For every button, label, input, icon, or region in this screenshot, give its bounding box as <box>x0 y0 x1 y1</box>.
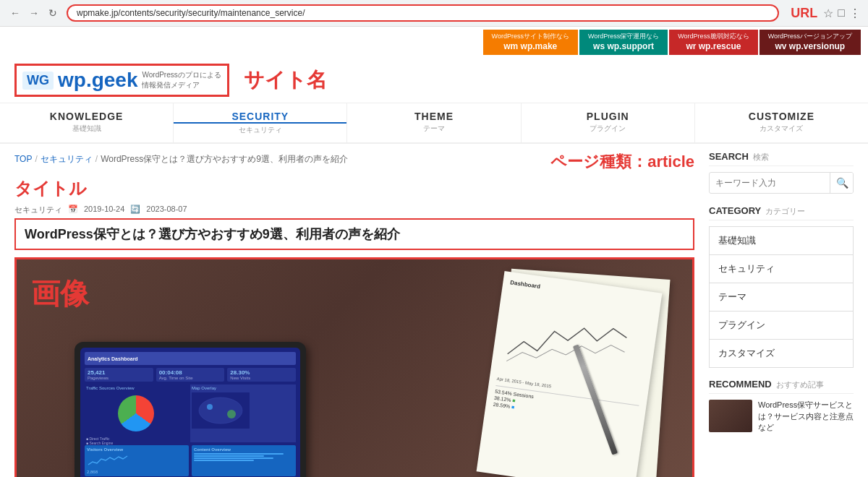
tablet-device: Analytics Dashboard 25,421 Pageviews 00:… <box>75 342 306 477</box>
sidebar-category-section: CATEGORY カテゴリー 基礎知識 セキュリティ テーマ プラグイン カスタ… <box>709 205 854 368</box>
rec-text-1: WordPress保守サービスとは？サービス内容と注意点など <box>758 400 854 433</box>
nav-item-knowledge[interactable]: KNOWLEDGE 基礎知識 <box>0 103 174 142</box>
article-image-box: 画像 Dashboard Apr 18, 2015 - May 18, 2015… <box>14 257 694 477</box>
extensions-icon[interactable]: □ <box>838 7 845 20</box>
visitors-chart <box>87 453 130 468</box>
main-content: TOP / セキュリティ / WordPress保守とは？選び方やおすすめ9選、… <box>14 151 694 477</box>
tablet-bottom: Visitors Overview 2,868 Content Overview <box>85 445 296 476</box>
tablet-stats: 25,421 Pageviews 00:04:08 Avg. Time on S… <box>85 368 296 382</box>
breadcrumb-current: WordPress保守とは？選び方やおすすめ9選、利用者の声を紹介 <box>101 153 348 166</box>
main-nav: KNOWLEDGE 基礎知識 SECURITY セキュリティ THEME テーマ… <box>0 103 868 144</box>
recommend-title-ja: おすすめ記事 <box>776 379 824 390</box>
tablet-screen: Analytics Dashboard 25,421 Pageviews 00:… <box>80 348 300 477</box>
sidebar-recommend-title: RECOMMEND おすすめ記事 <box>709 379 854 394</box>
reload-button[interactable]: ↻ <box>45 5 61 21</box>
partner-wpsupport[interactable]: WordPress保守運用なら ws wp.support <box>579 30 668 55</box>
nav-en-knowledge: KNOWLEDGE <box>0 111 173 122</box>
svg-point-1 <box>199 398 242 424</box>
browser-actions: ☆ □ ⋮ <box>823 7 861 20</box>
nav-item-security[interactable]: SECURITY セキュリティ <box>174 103 347 142</box>
nav-ja-theme: テーマ <box>347 124 520 134</box>
stat-time: 00:04:08 Avg. Time on Site <box>156 368 225 382</box>
nav-en-customize: CUSTOMIZE <box>695 111 868 122</box>
category-title-en: CATEGORY <box>709 205 761 216</box>
nav-ja-customize: カスタマイズ <box>695 124 868 134</box>
star-icon[interactable]: ☆ <box>823 7 833 20</box>
search-title-en: SEARCH <box>709 151 749 162</box>
tablet-chart-area: Traffic Sources Overview ■ Direct Traffi… <box>85 384 296 442</box>
visitors-overview: Visitors Overview 2,868 <box>85 445 189 476</box>
paper-stack-front: Dashboard Apr 18, 2015 - May 18, 2015 53… <box>477 271 663 477</box>
search-input[interactable] <box>710 173 830 192</box>
article-meta: セキュリティ 📅 2019-10-24 🔄 2023-08-07 <box>14 205 694 215</box>
article-author: セキュリティ <box>14 205 62 215</box>
breadcrumb-sep1: / <box>35 154 37 164</box>
browser-nav: ← → ↻ <box>7 5 61 21</box>
sidebar: SEARCH 検索 🔍 CATEGORY カテゴリー 基礎知識 セキュリティ テ… <box>709 151 854 477</box>
nav-en-theme: THEME <box>347 111 520 122</box>
article-date2: 2023-08-07 <box>146 205 187 215</box>
chart-right: Map Overlay <box>190 384 296 442</box>
stat-pageviews: 25,421 Pageviews <box>85 368 153 382</box>
partner-wprescue[interactable]: WordPress脆弱対応なら wr wp.rescue <box>669 30 757 55</box>
category-title-ja: カテゴリー <box>765 206 805 217</box>
nav-ja-knowledge: 基礎知識 <box>0 124 173 134</box>
forward-button[interactable]: → <box>26 5 42 21</box>
url-label: URL <box>791 6 817 21</box>
partner-wpversionup[interactable]: WordPressバージョンアップ wv wp.versionup <box>760 30 861 55</box>
sidebar-search-section: SEARCH 検索 🔍 <box>709 151 854 194</box>
site-header: WG wp.geek WordPressのプロによる 情報発信メディア サイト名 <box>0 58 868 103</box>
partner-wpmake[interactable]: WordPressサイト制作なら wm wp.make <box>483 30 578 55</box>
category-security[interactable]: セキュリティ <box>709 254 854 283</box>
logo-wg: WG <box>22 72 54 90</box>
page-type-label: ページ種類：article <box>550 151 694 173</box>
map-svg <box>192 392 250 429</box>
stat-bounce: 28.30% New Visits <box>227 368 296 382</box>
search-button[interactable]: 🔍 <box>830 173 854 193</box>
chart-svg <box>498 289 646 394</box>
search-box: 🔍 <box>709 172 854 194</box>
pie-chart <box>118 395 154 431</box>
update-icon: 🔄 <box>130 205 140 215</box>
nav-en-security: SECURITY <box>174 111 346 124</box>
rec-thumb-1 <box>709 400 752 432</box>
content-overview: Content Overview <box>192 445 296 476</box>
article-date1: 2019-10-24 <box>84 205 124 215</box>
tablet-header: Analytics Dashboard <box>85 352 296 365</box>
category-plugin[interactable]: プラグイン <box>709 311 854 340</box>
nav-en-plugin: PLUGIN <box>522 111 694 122</box>
rec-thumb-img-1 <box>709 400 752 432</box>
article-title-label: タイトル <box>14 177 694 200</box>
breadcrumb: TOP / セキュリティ / WordPress保守とは？選び方やおすすめ9選、… <box>14 153 348 166</box>
nav-item-theme[interactable]: THEME テーマ <box>347 103 521 142</box>
logo-area: WG wp.geek WordPressのプロによる 情報発信メディア <box>14 64 229 97</box>
site-name-label: サイト名 <box>244 66 327 94</box>
sidebar-search-title: SEARCH 検索 <box>709 151 854 166</box>
partner-bar: WordPressサイト制作なら wm wp.make WordPress保守運… <box>0 27 868 58</box>
recommend-item-1[interactable]: WordPress保守サービスとは？サービス内容と注意点など <box>709 400 854 433</box>
url-bar[interactable]: wpmake.jp/contents/security/security/mai… <box>67 4 779 22</box>
logo-main: wp.geek <box>58 69 137 92</box>
content-wrapper: TOP / セキュリティ / WordPress保守とは？選び方やおすすめ9選、… <box>0 144 868 477</box>
breadcrumb-sep2: / <box>95 154 98 164</box>
category-customize[interactable]: カスタマイズ <box>709 339 854 368</box>
browser-bar: ← → ↻ wpmake.jp/contents/security/securi… <box>0 0 868 27</box>
breadcrumb-row: TOP / セキュリティ / WordPress保守とは？選び方やおすすめ9選、… <box>14 151 694 173</box>
chart-left: Traffic Sources Overview ■ Direct Traffi… <box>85 384 187 442</box>
url-text: wpmake.jp/contents/security/security/mai… <box>77 8 769 18</box>
nav-item-customize[interactable]: CUSTOMIZE カスタマイズ <box>695 103 868 142</box>
sidebar-recommend-section: RECOMMEND おすすめ記事 WordPress保守サービスとは？サービス内… <box>709 379 854 433</box>
category-kisochishiki[interactable]: 基礎知識 <box>709 226 854 255</box>
nav-item-plugin[interactable]: PLUGIN プラグイン <box>522 103 695 142</box>
breadcrumb-security[interactable]: セキュリティ <box>41 153 93 166</box>
breadcrumb-top[interactable]: TOP <box>14 154 32 164</box>
category-theme[interactable]: テーマ <box>709 283 854 311</box>
back-button[interactable]: ← <box>7 5 23 21</box>
desk-scene: Dashboard Apr 18, 2015 - May 18, 2015 53… <box>17 259 692 477</box>
menu-icon[interactable]: ⋮ <box>849 7 861 20</box>
svg-point-3 <box>207 404 213 410</box>
logo-sub: WordPressのプロによる 情報発信メディア <box>142 70 221 90</box>
article-title-box: WordPress保守とは？選び方やおすすめ9選、利用者の声を紹介 <box>14 218 694 250</box>
recommend-title-en: RECOMMEND <box>709 379 772 390</box>
nav-ja-security: セキュリティ <box>174 125 346 135</box>
